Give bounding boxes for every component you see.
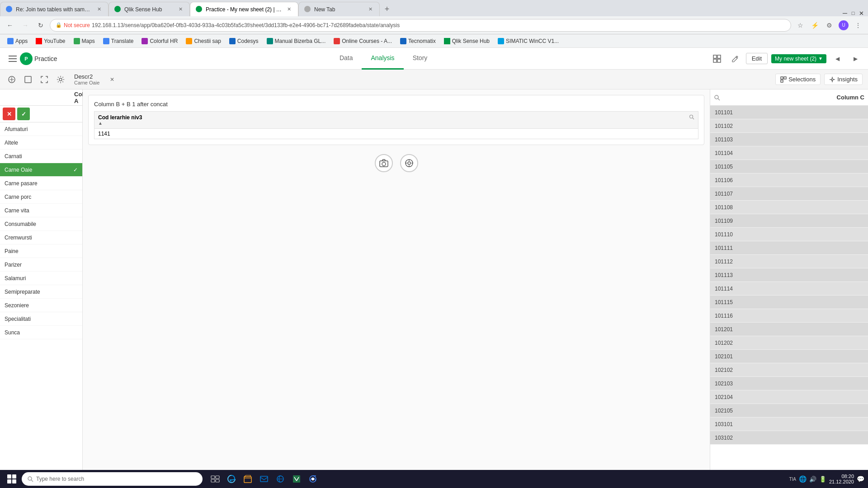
column-a-item-carne-vita[interactable]: Carne vita: [0, 204, 82, 217]
browser-tab-1[interactable]: Re: Join two tables with same co... ✕: [0, 2, 108, 16]
column-a-item-sunca[interactable]: Sunca: [0, 326, 82, 339]
column-c-item-101102[interactable]: 101102: [710, 119, 868, 133]
column-a-item-sezoniere[interactable]: Sezoniere: [0, 299, 82, 312]
column-a-item-carne-oaie[interactable]: Carne Oaie ✓: [0, 163, 82, 177]
edit-button[interactable]: Edit: [746, 53, 768, 64]
column-a-search-input[interactable]: [6, 94, 74, 101]
column-c-item-101107[interactable]: 101107: [710, 187, 868, 201]
column-c-item-101113[interactable]: 101113: [710, 268, 868, 282]
chart-search-icon[interactable]: [689, 114, 694, 121]
column-a-item-afumaturi[interactable]: Afumaturi: [0, 122, 82, 136]
taskbar-edge-icon[interactable]: [224, 472, 239, 486]
column-c-item-103101[interactable]: 103101: [710, 418, 868, 431]
bookmark-maps[interactable]: Maps: [70, 36, 99, 46]
bookmark-manual[interactable]: Manual Bizerba GL...: [263, 36, 330, 46]
bookmark-chestii[interactable]: Chestii sap: [182, 36, 224, 46]
tab-story[interactable]: Story: [404, 48, 437, 70]
sheet-dropdown-icon[interactable]: ▼: [818, 56, 823, 61]
column-c-item-102102[interactable]: 102102: [710, 363, 868, 377]
column-c-item-101202[interactable]: 101202: [710, 336, 868, 350]
camera-icon-button[interactable]: [375, 154, 393, 172]
column-c-item-101110[interactable]: 101110: [710, 228, 868, 241]
column-c-item-102105[interactable]: 102105: [710, 404, 868, 418]
back-button[interactable]: ←: [4, 19, 16, 32]
taskbar-excel-icon[interactable]: [289, 472, 304, 486]
column-a-item-cremwursti[interactable]: Cremwursti: [0, 231, 82, 244]
more-options-icon[interactable]: ⋮: [852, 19, 864, 32]
browser-tab-4[interactable]: New Tab ✕: [298, 2, 380, 16]
bookmark-qlik[interactable]: Qlik Sense Hub: [440, 36, 493, 46]
browser-tab-3[interactable]: Practice - My new sheet (2) | She... ✕: [190, 2, 298, 16]
column-c-item-101103[interactable]: 101103: [710, 133, 868, 146]
column-a-item-semipreparate[interactable]: Semipreparate: [0, 285, 82, 299]
expand-icon[interactable]: [38, 73, 51, 86]
bookmark-star-icon[interactable]: ☆: [794, 19, 807, 32]
tab-close-2[interactable]: ✕: [177, 6, 184, 13]
bookmark-tecnomatix[interactable]: Tecnomatix: [396, 36, 439, 46]
qlik-menu-button[interactable]: [5, 52, 20, 66]
column-c-search-input[interactable]: [723, 94, 837, 101]
column-c-item-101201[interactable]: 101201: [710, 323, 868, 336]
bookmark-apps[interactable]: Apps: [4, 36, 31, 46]
insights-button[interactable]: Insights: [824, 74, 863, 85]
column-c-item-101115[interactable]: 101115: [710, 296, 868, 309]
taskbar-explorer-icon[interactable]: [241, 472, 255, 486]
tab-close-1[interactable]: ✕: [95, 6, 103, 13]
column-c-item-102101[interactable]: 102101: [710, 350, 868, 363]
column-c-item-101106[interactable]: 101106: [710, 174, 868, 187]
start-button[interactable]: [4, 471, 20, 487]
reload-button[interactable]: ↻: [34, 19, 47, 32]
prev-sheet-icon[interactable]: ◀: [830, 52, 844, 66]
bookmark-simatic[interactable]: SIMATIC WinCC V1...: [494, 36, 562, 46]
confirm-selection-button[interactable]: ✓: [17, 108, 30, 120]
column-c-item-101108[interactable]: 101108: [710, 201, 868, 214]
selections-button[interactable]: Selections: [775, 74, 821, 85]
column-c-item-103102[interactable]: 103102: [710, 431, 868, 445]
minimize-button[interactable]: ─: [842, 10, 848, 16]
tab-close-4[interactable]: ✕: [367, 6, 374, 13]
maximize-button[interactable]: □: [850, 10, 856, 16]
column-c-item-101112[interactable]: 101112: [710, 255, 868, 268]
column-c-item-101105[interactable]: 101105: [710, 160, 868, 174]
bookmark-translate[interactable]: Translate: [99, 36, 137, 46]
settings-icon[interactable]: ⚙: [823, 19, 835, 32]
edit-pencil-icon[interactable]: [728, 52, 742, 66]
column-a-item-paine[interactable]: Paine: [0, 244, 82, 258]
address-input[interactable]: 🔒 Not secure 192.168.1.13/sense/app/0ba6…: [50, 19, 791, 32]
column-a-item-parizer[interactable]: Parizer: [0, 258, 82, 272]
browser-tab-2[interactable]: Qlik Sense Hub ✕: [108, 2, 190, 16]
column-a-item-salamuri[interactable]: Salamuri: [0, 272, 82, 285]
tab-data[interactable]: Data: [330, 48, 362, 70]
column-a-item-altele[interactable]: Altele: [0, 136, 82, 150]
zoom-fit-icon[interactable]: [5, 73, 18, 86]
taskbar-chrome-icon[interactable]: [306, 472, 320, 486]
column-c-item-101109[interactable]: 101109: [710, 214, 868, 228]
column-a-item-specialitati[interactable]: Specialitati: [0, 312, 82, 326]
bookmark-codesys[interactable]: Codesys: [226, 36, 262, 46]
next-sheet-icon[interactable]: ▶: [848, 52, 863, 66]
user-profile-icon[interactable]: U: [837, 19, 850, 32]
taskbar-notification-icon[interactable]: 💬: [857, 475, 864, 483]
column-c-item-101116[interactable]: 101116: [710, 309, 868, 323]
column-c-item-101114[interactable]: 101114: [710, 282, 868, 296]
taskbar-outlook-icon[interactable]: [257, 472, 271, 486]
layout-icon[interactable]: [710, 52, 724, 66]
column-a-item-carne-pasare[interactable]: Carne pasare: [0, 177, 82, 190]
forward-button[interactable]: →: [19, 19, 32, 32]
taskbar-task-view[interactable]: [208, 472, 222, 486]
taskbar-ie-icon[interactable]: [273, 472, 288, 486]
target-icon-button[interactable]: [400, 154, 418, 172]
column-c-item-101101[interactable]: 101101: [710, 106, 868, 119]
select-icon[interactable]: [22, 73, 34, 86]
column-c-item-101111[interactable]: 101111: [710, 241, 868, 255]
new-tab-button[interactable]: +: [380, 2, 394, 16]
settings-tool-icon[interactable]: [54, 73, 67, 86]
extensions-icon[interactable]: ⚡: [808, 19, 821, 32]
cancel-selection-button[interactable]: ✕: [3, 108, 15, 120]
column-c-item-102103[interactable]: 102103: [710, 377, 868, 390]
toolbar-close-button[interactable]: ✕: [107, 74, 118, 85]
tab-analysis[interactable]: Analysis: [362, 48, 403, 70]
taskbar-search[interactable]: Type here to search: [22, 472, 203, 486]
bookmark-youtube[interactable]: YouTube: [32, 36, 69, 46]
column-a-item-carne-porc[interactable]: Carne porc: [0, 190, 82, 204]
